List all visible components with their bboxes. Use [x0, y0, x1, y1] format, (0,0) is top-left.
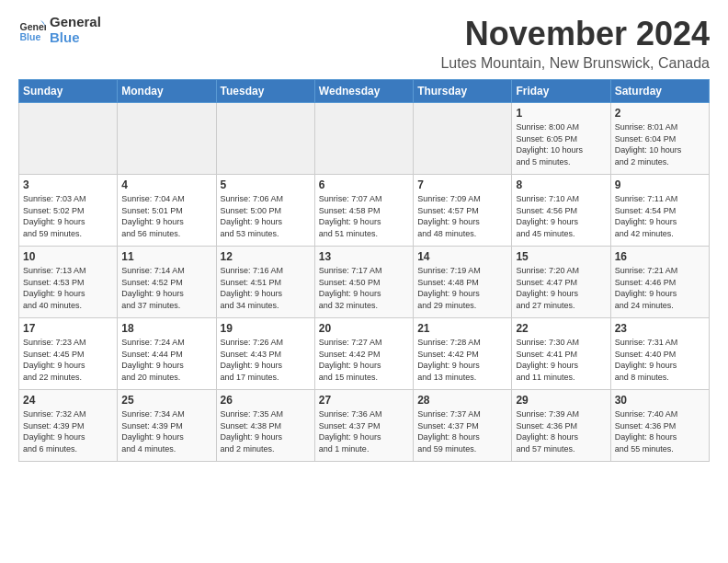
day-number: 9 [615, 178, 705, 191]
week-row-2: 10Sunrise: 7:13 AMSunset: 4:53 PMDayligh… [19, 247, 710, 318]
calendar-table: Sunday Monday Tuesday Wednesday Thursday… [18, 79, 710, 462]
calendar-cell: 18Sunrise: 7:24 AMSunset: 4:44 PMDayligh… [118, 318, 216, 390]
day-number: 12 [221, 250, 311, 263]
day-number: 27 [319, 394, 409, 407]
logo-line2: Blue [50, 30, 101, 46]
day-number: 24 [23, 394, 113, 407]
day-info: Sunrise: 7:36 AMSunset: 4:37 PMDaylight:… [319, 409, 382, 454]
day-info: Sunrise: 7:21 AMSunset: 4:46 PMDaylight:… [615, 266, 678, 310]
day-number: 17 [23, 322, 113, 335]
col-friday: Friday [512, 80, 610, 103]
calendar-cell [314, 103, 413, 175]
calendar-cell: 10Sunrise: 7:13 AMSunset: 4:53 PMDayligh… [19, 247, 118, 318]
day-number: 28 [417, 394, 507, 407]
day-info: Sunrise: 7:28 AMSunset: 4:42 PMDaylight:… [417, 338, 481, 382]
day-info: Sunrise: 7:14 AMSunset: 4:52 PMDaylight:… [121, 266, 185, 310]
day-info: Sunrise: 7:23 AMSunset: 4:45 PMDaylight:… [23, 338, 86, 382]
col-saturday: Saturday [610, 80, 709, 103]
day-number: 15 [516, 250, 606, 263]
day-number: 23 [615, 322, 705, 335]
day-number: 6 [319, 178, 409, 191]
day-info: Sunrise: 7:20 AMSunset: 4:47 PMDaylight:… [516, 266, 579, 310]
day-number: 3 [23, 178, 113, 191]
calendar-cell: 16Sunrise: 7:21 AMSunset: 4:46 PMDayligh… [610, 247, 709, 318]
calendar-cell: 13Sunrise: 7:17 AMSunset: 4:50 PMDayligh… [314, 247, 413, 318]
day-number: 2 [615, 107, 705, 120]
day-info: Sunrise: 7:16 AMSunset: 4:51 PMDaylight:… [221, 266, 284, 310]
calendar-cell: 15Sunrise: 7:20 AMSunset: 4:47 PMDayligh… [512, 247, 610, 318]
calendar-cell: 9Sunrise: 7:11 AMSunset: 4:54 PMDaylight… [610, 175, 709, 247]
header-row: Sunday Monday Tuesday Wednesday Thursday… [19, 80, 710, 103]
day-info: Sunrise: 7:37 AMSunset: 4:37 PMDaylight:… [417, 409, 481, 454]
calendar-cell: 12Sunrise: 7:16 AMSunset: 4:51 PMDayligh… [216, 247, 314, 318]
day-number: 21 [417, 322, 507, 335]
calendar-cell: 21Sunrise: 7:28 AMSunset: 4:42 PMDayligh… [414, 318, 512, 390]
calendar-cell: 8Sunrise: 7:10 AMSunset: 4:56 PMDaylight… [512, 175, 610, 247]
col-wednesday: Wednesday [314, 80, 413, 103]
calendar-cell [19, 103, 118, 175]
day-info: Sunrise: 7:03 AMSunset: 5:02 PMDaylight:… [23, 194, 86, 238]
day-info: Sunrise: 7:39 AMSunset: 4:36 PMDaylight:… [516, 409, 579, 454]
col-thursday: Thursday [414, 80, 512, 103]
calendar-cell: 11Sunrise: 7:14 AMSunset: 4:52 PMDayligh… [118, 247, 216, 318]
day-number: 10 [23, 250, 113, 263]
day-number: 11 [121, 250, 211, 263]
calendar-cell: 30Sunrise: 7:40 AMSunset: 4:36 PMDayligh… [610, 390, 709, 462]
day-number: 13 [319, 250, 409, 263]
day-info: Sunrise: 8:00 AMSunset: 6:05 PMDaylight:… [516, 122, 583, 167]
day-number: 5 [221, 178, 311, 191]
day-info: Sunrise: 7:04 AMSunset: 5:01 PMDaylight:… [121, 194, 185, 238]
calendar-cell: 17Sunrise: 7:23 AMSunset: 4:45 PMDayligh… [19, 318, 118, 390]
day-number: 25 [121, 394, 211, 407]
logo-icon: General Blue [18, 17, 46, 44]
day-number: 18 [121, 322, 211, 335]
calendar-cell: 25Sunrise: 7:34 AMSunset: 4:39 PMDayligh… [118, 390, 216, 462]
calendar-cell: 6Sunrise: 7:07 AMSunset: 4:58 PMDaylight… [314, 175, 413, 247]
calendar-cell: 28Sunrise: 7:37 AMSunset: 4:37 PMDayligh… [414, 390, 512, 462]
calendar-cell: 14Sunrise: 7:19 AMSunset: 4:48 PMDayligh… [414, 247, 512, 318]
day-info: Sunrise: 7:24 AMSunset: 4:44 PMDaylight:… [121, 338, 185, 382]
calendar-cell [118, 103, 216, 175]
day-info: Sunrise: 7:17 AMSunset: 4:50 PMDaylight:… [319, 266, 382, 310]
calendar-cell: 2Sunrise: 8:01 AMSunset: 6:04 PMDaylight… [610, 103, 709, 175]
calendar-cell: 20Sunrise: 7:27 AMSunset: 4:42 PMDayligh… [314, 318, 413, 390]
week-row-1: 3Sunrise: 7:03 AMSunset: 5:02 PMDaylight… [19, 175, 710, 247]
week-row-0: 1Sunrise: 8:00 AMSunset: 6:05 PMDaylight… [19, 103, 710, 175]
col-tuesday: Tuesday [216, 80, 314, 103]
day-info: Sunrise: 8:01 AMSunset: 6:04 PMDaylight:… [615, 122, 682, 167]
day-info: Sunrise: 7:31 AMSunset: 4:40 PMDaylight:… [615, 338, 678, 382]
calendar-cell: 7Sunrise: 7:09 AMSunset: 4:57 PMDaylight… [414, 175, 512, 247]
calendar-cell [216, 103, 314, 175]
calendar-cell: 29Sunrise: 7:39 AMSunset: 4:36 PMDayligh… [512, 390, 610, 462]
day-number: 7 [417, 178, 507, 191]
calendar-cell: 27Sunrise: 7:36 AMSunset: 4:37 PMDayligh… [314, 390, 413, 462]
day-info: Sunrise: 7:26 AMSunset: 4:43 PMDaylight:… [221, 338, 284, 382]
calendar-cell: 23Sunrise: 7:31 AMSunset: 4:40 PMDayligh… [610, 318, 709, 390]
day-number: 29 [516, 394, 606, 407]
day-number: 8 [516, 178, 606, 191]
title-block: November 2024 Lutes Mountain, New Brunsw… [440, 15, 710, 72]
page: General Blue General Blue November 2024 … [0, 0, 728, 471]
day-info: Sunrise: 7:40 AMSunset: 4:36 PMDaylight:… [615, 409, 678, 454]
day-number: 1 [516, 107, 606, 120]
week-row-3: 17Sunrise: 7:23 AMSunset: 4:45 PMDayligh… [19, 318, 710, 390]
day-number: 4 [121, 178, 211, 191]
day-info: Sunrise: 7:13 AMSunset: 4:53 PMDaylight:… [23, 266, 86, 310]
svg-text:Blue: Blue [20, 30, 41, 41]
calendar-cell: 4Sunrise: 7:04 AMSunset: 5:01 PMDaylight… [118, 175, 216, 247]
main-title: November 2024 [440, 15, 710, 53]
day-info: Sunrise: 7:32 AMSunset: 4:39 PMDaylight:… [23, 409, 86, 454]
day-info: Sunrise: 7:09 AMSunset: 4:57 PMDaylight:… [417, 194, 481, 238]
calendar-cell: 1Sunrise: 8:00 AMSunset: 6:05 PMDaylight… [512, 103, 610, 175]
day-number: 19 [221, 322, 311, 335]
day-number: 22 [516, 322, 606, 335]
day-info: Sunrise: 7:11 AMSunset: 4:54 PMDaylight:… [615, 194, 678, 238]
calendar-cell: 3Sunrise: 7:03 AMSunset: 5:02 PMDaylight… [19, 175, 118, 247]
logo-line1: General [50, 15, 101, 30]
day-info: Sunrise: 7:10 AMSunset: 4:56 PMDaylight:… [516, 194, 579, 238]
day-number: 14 [417, 250, 507, 263]
calendar-cell [414, 103, 512, 175]
day-number: 20 [319, 322, 409, 335]
day-info: Sunrise: 7:06 AMSunset: 5:00 PMDaylight:… [221, 194, 284, 238]
header: General Blue General Blue November 2024 … [18, 15, 710, 72]
